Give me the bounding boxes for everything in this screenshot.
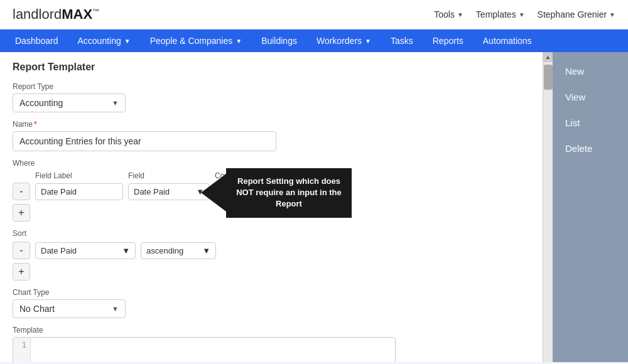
nav-tasks[interactable]: Tasks: [382, 29, 422, 52]
where-label: Where: [13, 159, 530, 168]
where-remove-button[interactable]: -: [13, 183, 30, 200]
name-section: Name*: [13, 120, 530, 151]
logo-landlord: landlord: [13, 6, 62, 22]
user-label: Stephane Grenier: [538, 9, 607, 19]
col-field-label: Field Label: [35, 171, 123, 180]
main-form: Report Templater Report Type Accounting …: [0, 52, 543, 362]
user-caret-icon: ▼: [609, 11, 615, 18]
scrollbar[interactable]: ▲: [543, 52, 553, 362]
main-nav: Dashboard Accounting ▼ People & Companie…: [0, 29, 628, 52]
scroll-thumb[interactable]: [544, 65, 553, 90]
nav-accounting[interactable]: Accounting ▼: [69, 29, 139, 52]
nav-tasks-label: Tasks: [391, 36, 413, 46]
right-menu-new[interactable]: New: [553, 58, 628, 84]
nav-accounting-caret: ▼: [124, 38, 131, 45]
chart-type-label: Chart Type: [13, 288, 530, 297]
tools-menu[interactable]: Tools ▼: [434, 9, 463, 19]
header-nav: Tools ▼ Templates ▼ Stephane Grenier ▼: [434, 9, 615, 19]
sort-row: - Date Paid ▼ ascending ▼: [13, 242, 530, 259]
app-logo: landlordMAX™: [13, 6, 99, 23]
name-label: Name*: [13, 120, 530, 129]
sort-field-value: Date Paid: [41, 246, 77, 255]
nav-automations[interactable]: Automations: [474, 29, 541, 52]
line-number-1: 1: [17, 341, 26, 350]
nav-workorders-label: Workorders: [317, 36, 362, 46]
logo-tm: ™: [92, 8, 99, 15]
nav-dashboard[interactable]: Dashboard: [6, 29, 67, 52]
nav-reports-label: Reports: [433, 36, 463, 46]
where-add-button[interactable]: +: [13, 204, 30, 222]
nav-people-companies-label: People & Companies: [150, 36, 233, 46]
report-type-value: Accounting: [19, 98, 63, 108]
sort-remove-button[interactable]: -: [13, 242, 30, 259]
where-field-value: Date Paid: [134, 187, 170, 196]
sort-label: Sort: [13, 229, 530, 238]
tools-caret-icon: ▼: [457, 11, 463, 18]
chart-type-select[interactable]: No Chart ▼: [13, 299, 126, 318]
right-menu-view[interactable]: View: [553, 84, 628, 110]
template-editor[interactable]: 1: [13, 337, 396, 362]
nav-buildings[interactable]: Buildings: [252, 29, 306, 52]
nav-people-companies[interactable]: People & Companies ▼: [141, 29, 251, 52]
sort-direction-value: ascending: [146, 246, 183, 255]
report-type-select[interactable]: Accounting ▼: [13, 94, 126, 112]
right-menu-delete[interactable]: Delete: [553, 136, 628, 161]
sort-add-button[interactable]: +: [13, 263, 30, 281]
content-wrapper: Report Templater Report Type Accounting …: [0, 52, 628, 362]
callout-arrow-icon: [201, 174, 226, 211]
callout-text: Report Setting which does NOT require an…: [226, 168, 352, 218]
where-field-select[interactable]: Date Paid ▼: [128, 183, 210, 200]
logo-max: MAX: [62, 6, 92, 22]
nav-buildings-label: Buildings: [261, 36, 297, 46]
report-type-section: Report Type Accounting ▼: [13, 82, 530, 112]
tools-label: Tools: [434, 9, 455, 19]
nav-reports[interactable]: Reports: [424, 29, 472, 52]
templates-label: Templates: [476, 9, 516, 19]
report-type-label: Report Type: [13, 82, 530, 91]
editor-content[interactable]: [31, 338, 395, 362]
nav-workorders-caret: ▼: [365, 38, 371, 45]
nav-people-caret: ▼: [236, 38, 242, 45]
nav-accounting-label: Accounting: [78, 36, 121, 46]
template-label: Template: [13, 326, 530, 335]
template-section: Template 1: [13, 326, 530, 362]
line-numbers: 1: [13, 338, 31, 362]
callout-container: Report Setting which does NOT require an…: [201, 168, 352, 218]
sort-field-caret-icon: ▼: [122, 246, 130, 255]
app-header: landlordMAX™ Tools ▼ Templates ▼ Stephan…: [0, 0, 628, 29]
sort-direction-select[interactable]: ascending ▼: [141, 242, 216, 259]
right-panel: New View List Delete: [553, 52, 628, 362]
nav-automations-label: Automations: [483, 36, 532, 46]
report-type-caret-icon: ▼: [112, 99, 119, 107]
sort-field-select[interactable]: Date Paid ▼: [35, 242, 136, 259]
page-title: Report Templater: [13, 62, 530, 73]
scroll-up-button[interactable]: ▲: [543, 52, 553, 62]
where-field-label-input: Date Paid: [35, 183, 123, 200]
chart-type-caret-icon: ▼: [112, 305, 119, 313]
sort-direction-caret-icon: ▼: [202, 246, 210, 255]
templates-menu[interactable]: Templates ▼: [476, 9, 525, 19]
right-menu-list[interactable]: List: [553, 110, 628, 136]
nav-workorders[interactable]: Workorders ▼: [308, 29, 380, 52]
name-input[interactable]: [13, 131, 276, 151]
chart-type-section: Chart Type No Chart ▼: [13, 288, 530, 318]
templates-caret-icon: ▼: [519, 11, 525, 18]
chart-type-value: No Chart: [19, 304, 55, 314]
sort-section: Sort - Date Paid ▼ ascending ▼ +: [13, 229, 530, 281]
nav-dashboard-label: Dashboard: [15, 36, 58, 46]
user-menu[interactable]: Stephane Grenier ▼: [538, 9, 615, 19]
col-field-header: Field: [128, 171, 210, 180]
